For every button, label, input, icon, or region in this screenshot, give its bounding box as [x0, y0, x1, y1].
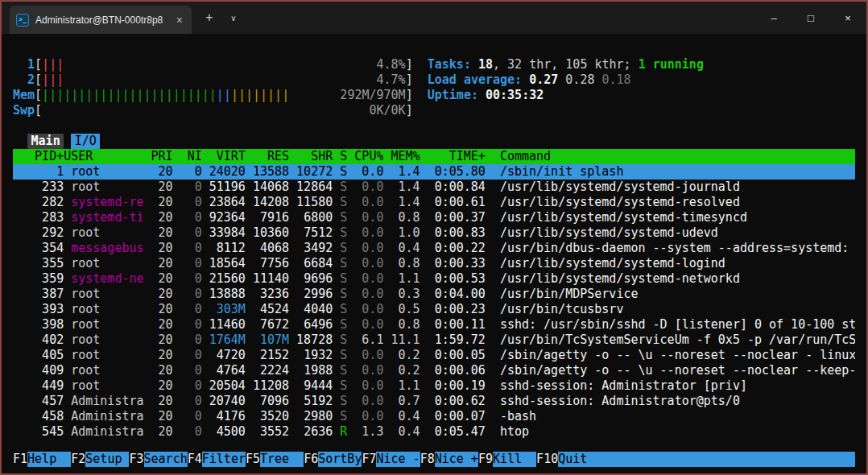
process-row[interactable]: 387root2001388832362996S0.00.30:04.00/us…: [13, 287, 855, 302]
cell-time: 0:00.11: [420, 317, 486, 332]
cell-res: 11140: [246, 271, 289, 287]
cell-time: 0:00.07: [420, 409, 486, 424]
process-row[interactable]: 359systemd-ne20021560111409696S0.01.10:0…: [13, 271, 855, 287]
cell-cmd: /sbin/agetty -o -- \u --noreset --noclea…: [486, 363, 855, 378]
col-header-pri[interactable]: PRI: [144, 149, 173, 164]
process-row[interactable]: 457Administra2002074070965192S0.00.70:00…: [13, 394, 855, 409]
col-header-mem[interactable]: MEM%: [383, 149, 420, 164]
cell-virt: 11460: [202, 317, 246, 332]
cell-user: root: [71, 256, 143, 271]
process-row[interactable]: 545Administra200450035522636R1.30.40:05.…: [13, 424, 855, 440]
cell-s: S: [333, 394, 347, 409]
cell-mem: 0.4: [383, 241, 420, 256]
fkey-label: Tree: [260, 452, 304, 467]
process-row[interactable]: 458Administra200417635202980S0.00.40:00.…: [13, 409, 855, 424]
cell-shr: 2980: [289, 409, 333, 424]
col-header-shr[interactable]: SHR: [289, 149, 333, 164]
uptime-line: Uptime: 00:35:32: [428, 88, 855, 103]
cell-ni: 0: [173, 317, 202, 332]
process-row[interactable]: 405root200472021521932S0.00.20:00.05/sbi…: [13, 348, 855, 363]
process-row[interactable]: 409root200476422241988S0.00.20:00.06/sbi…: [13, 363, 855, 378]
meter-open-bracket: [: [35, 103, 42, 118]
cell-virt: 51196: [202, 180, 246, 195]
cpu2-bar-red: |||: [42, 72, 64, 88]
titlebar[interactable]: Administrator@BTN-000tr8p8 × + ∨ – □ ×: [2, 2, 866, 34]
fkey-f5-tree[interactable]: F5Tree: [246, 452, 304, 467]
fkey-f6-sortby[interactable]: F6SortBy: [304, 452, 362, 467]
tab-close-icon[interactable]: ×: [174, 14, 185, 26]
process-row[interactable]: 354messagebus200811240683492S0.00.40:00.…: [13, 241, 855, 256]
fkey-label: Help: [27, 452, 71, 467]
minimize-button[interactable]: –: [755, 2, 792, 34]
process-row[interactable]: 402root2001764M107M18728S6.111.11:59.72/…: [13, 332, 855, 348]
meter-open-bracket: [: [35, 57, 42, 72]
cell-cmd: /sbin/agetty -o -- \u --noreset --noclea…: [486, 348, 855, 363]
fkey-f8-nice[interactable]: F8Nice +: [420, 452, 478, 467]
cell-user: systemd-re: [71, 195, 143, 210]
process-row[interactable]: 292root20033984103607512S0.01.00:00.83/u…: [13, 225, 855, 241]
cell-cpu: 0.0: [347, 287, 383, 302]
col-header-time[interactable]: TIME+: [420, 149, 486, 164]
process-row[interactable]: 233root200511961406812864S0.01.40:00.84/…: [13, 180, 855, 195]
cell-pid: 355: [13, 256, 64, 271]
close-button[interactable]: ×: [829, 2, 866, 34]
fkey-label: Setup: [85, 452, 129, 467]
cpu1-meter-value: 4.8%: [377, 57, 406, 72]
process-row[interactable]: 283systemd-ti2009236479166800S0.00.80:00…: [13, 210, 855, 225]
cell-mem: 0.8: [383, 210, 420, 225]
fkey-f3-search[interactable]: F3Search: [129, 452, 187, 467]
cell-pid: 398: [13, 317, 64, 332]
cell-shr: 7512: [289, 225, 333, 241]
cell-cpu: 0.0: [347, 317, 383, 332]
process-row[interactable]: 398root2001146076726496S0.00.80:00.11ssh…: [13, 317, 855, 332]
cell-cmd: /usr/lib/systemd/systemd-networkd: [486, 271, 855, 287]
cell-virt: 4176: [202, 409, 246, 424]
col-header-s[interactable]: S: [333, 149, 347, 164]
col-header-cpu[interactable]: CPU%: [347, 149, 383, 164]
fkey-key: F1: [13, 452, 27, 467]
process-row[interactable]: 282systemd-re200238641420811580S0.01.40:…: [13, 195, 855, 210]
cell-shr: 1932: [289, 348, 333, 363]
col-header-virt[interactable]: VIRT: [202, 149, 246, 164]
maximize-button[interactable]: □: [792, 2, 829, 34]
process-row[interactable]: 449root20020504112089444S0.01.10:00.19ss…: [13, 378, 855, 394]
process-row[interactable]: 393root200303M45244040S0.00.50:00.23/usr…: [13, 302, 855, 317]
col-header-user[interactable]: USER: [64, 149, 143, 164]
cell-cpu: 0.0: [347, 363, 383, 378]
tab-main[interactable]: Main: [27, 134, 64, 149]
col-header-pid[interactable]: PID+: [13, 149, 64, 164]
fkey-key: F7: [362, 452, 376, 467]
cell-pid: 233: [13, 180, 64, 195]
fkey-f10-quit[interactable]: F10Quit: [536, 452, 601, 467]
process-row[interactable]: 355root2001856477566684S0.00.80:00.33/us…: [13, 256, 855, 271]
col-header-ni[interactable]: NI: [173, 149, 202, 164]
cell-s: S: [333, 225, 347, 241]
cell-virt: 20740: [202, 394, 246, 409]
fkey-f4-filter[interactable]: F4Filter: [188, 452, 246, 467]
cell-pri: 20: [144, 287, 173, 302]
terminal-tab[interactable]: Administrator@BTN-000tr8p8 ×: [10, 6, 192, 34]
fkey-f7-nice[interactable]: F7Nice -: [362, 452, 420, 467]
cell-pri: 20: [144, 164, 173, 180]
fkey-f2-setup[interactable]: F2Setup: [71, 452, 129, 467]
col-header-cmd[interactable]: Command: [486, 149, 855, 164]
col-header-res[interactable]: RES: [246, 149, 289, 164]
cell-time: 1:59.72: [420, 332, 486, 348]
cell-res: 4068: [246, 241, 289, 256]
tab-dropdown-icon[interactable]: ∨: [222, 2, 245, 34]
cell-shr: 6800: [289, 210, 333, 225]
cell-cpu: 0.0: [347, 241, 383, 256]
cell-virt: 18564: [202, 256, 246, 271]
process-row[interactable]: 1root200240201358810272S0.01.40:05.80/sb…: [13, 164, 855, 180]
memory-meter-body: ||||||||||||||||||||||||||||||||||292M/9…: [42, 88, 406, 103]
fkey-f1-help[interactable]: F1Help: [13, 452, 71, 467]
tab-io[interactable]: I/O: [71, 134, 100, 149]
cell-cmd: /usr/lib/systemd/systemd-timesyncd: [486, 210, 855, 225]
new-tab-button[interactable]: +: [196, 2, 222, 34]
cell-s: S: [333, 210, 347, 225]
cell-pid: 282: [13, 195, 64, 210]
fkey-f9-kill[interactable]: F9Kill: [478, 452, 536, 467]
cell-res: 3552: [246, 424, 289, 440]
titlebar-drag-area[interactable]: [245, 2, 755, 34]
cell-time: 0:00.19: [420, 378, 486, 394]
